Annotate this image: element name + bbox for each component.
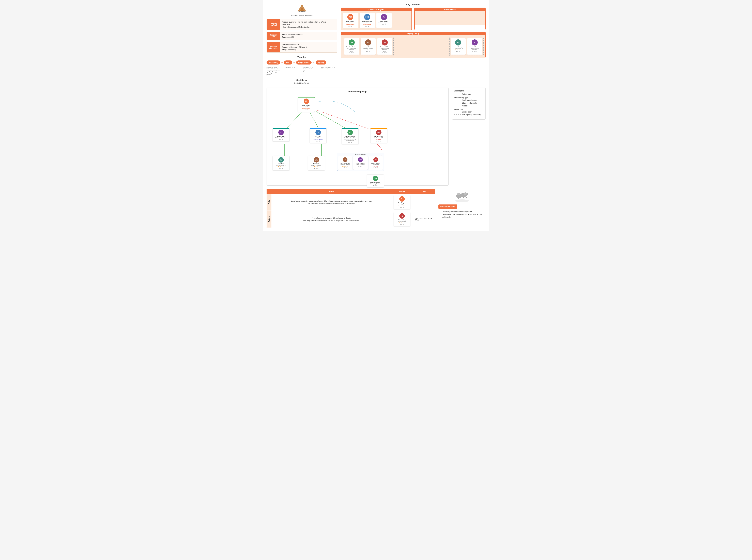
phone-icon[interactable]: ☏ [403, 207, 404, 208]
phone-icon[interactable]: ☏ [361, 166, 362, 167]
email-icon[interactable]: ✉ [280, 139, 281, 140]
node-jurgen[interactable]: JE Jurgen Enrich Enterprise Architect Ch… [338, 156, 352, 169]
contact-jasmine[interactable]: JC Jasmine Chapman Senior Security Engin… [467, 38, 482, 55]
step-presenting[interactable]: Presenting [266, 60, 280, 64]
phone-icon[interactable]: ☏ [319, 140, 320, 142]
phone-icon[interactable]: ☏ [307, 109, 309, 111]
contact-josie-buying[interactable]: JB Josie Berg VP of Marketing, US Evalua… [451, 38, 466, 55]
timeline-note-1: Date: 2019-06-05 Add notes here [284, 66, 301, 76]
action-date-cell: Next Step Date: 2019-05-08 [413, 211, 435, 228]
linkedin-icon[interactable]: in [365, 26, 365, 27]
email-icon[interactable]: ✉ [317, 140, 318, 142]
linkedin-icon[interactable]: in [366, 51, 367, 53]
linkedin-icon[interactable]: in [376, 140, 377, 142]
avatar-josie: JB [455, 39, 461, 45]
stage: Stage: Presenting [282, 48, 335, 51]
line-legend: Line legend Path to sale Relationship ty… [452, 87, 486, 120]
linkedin-icon[interactable]: in [304, 109, 305, 111]
email-icon[interactable]: ✉ [280, 168, 281, 169]
email-icon[interactable]: ✉ [401, 207, 402, 208]
phone-icon[interactable]: ☏ [369, 51, 370, 53]
linkedin-icon[interactable]: in [314, 168, 315, 169]
contact-alan-rogers[interactable]: AR Alan Rogers CEO Decision Maker in ✉ ☏ [343, 13, 358, 28]
buying-group-left: JG Jennifer Gardner SVP of Marketing Ope… [343, 37, 394, 56]
email-icon[interactable]: ✉ [383, 24, 384, 25]
linkedin-icon[interactable]: in [279, 139, 279, 140]
linkedin-icon[interactable]: in [343, 167, 344, 168]
phone-icon[interactable]: ☏ [385, 24, 386, 25]
phone-icon[interactable]: ☏ [282, 168, 283, 169]
linkedin-icon[interactable]: in [316, 140, 317, 142]
direct-report-line [454, 112, 461, 112]
phone-icon[interactable]: ☏ [368, 26, 369, 27]
phone-icon[interactable]: ☏ [403, 224, 404, 225]
step-signing[interactable]: Signing [316, 60, 326, 64]
phone-icon[interactable]: ☏ [282, 139, 283, 140]
action-owner-card[interactable]: NS Natalie Sharp Sr. Director of IT Eval… [394, 212, 411, 226]
phone-icon[interactable]: ☏ [376, 167, 378, 168]
step-poc[interactable]: POC [284, 60, 292, 64]
email-icon[interactable]: ✉ [367, 51, 368, 53]
phone-icon[interactable]: ☏ [352, 52, 354, 54]
phone-icon[interactable]: ☏ [351, 142, 352, 143]
email-icon[interactable]: ✉ [350, 26, 351, 27]
email-icon[interactable]: ✉ [351, 52, 352, 54]
email-icon[interactable]: ✉ [316, 168, 317, 169]
phone-icon[interactable]: ☏ [379, 140, 381, 142]
linkedin-icon[interactable]: in [358, 166, 359, 167]
email-icon[interactable]: ✉ [375, 167, 376, 168]
linkedin-icon[interactable]: in [382, 52, 383, 54]
linkedin-icon[interactable]: in [472, 51, 473, 52]
phone-icon[interactable]: ☏ [376, 185, 378, 186]
linkedin-icon[interactable]: in [374, 167, 374, 168]
node-bill[interactable]: BK Bill Klien CFO Executive Sponsor in ✉… [310, 128, 326, 143]
linkedin-icon[interactable]: in [456, 51, 457, 53]
contact-amy-jensen[interactable]: AJ Amy Jensen Chief Marketing Officer in… [376, 13, 392, 28]
linkedin-icon[interactable]: in [400, 224, 401, 225]
phone-icon[interactable]: ☏ [351, 26, 353, 27]
linkedin-icon[interactable]: in [373, 185, 374, 186]
strained-label: Strained relationship [462, 102, 477, 104]
phone-icon[interactable]: ☏ [385, 52, 387, 54]
email-icon[interactable]: ✉ [344, 167, 345, 168]
contact-jurgen-buying[interactable]: JE Jurgen Enrich Enterprise Architect Ot… [361, 38, 376, 55]
linkedin-icon[interactable]: in [382, 24, 382, 25]
contact-name: Amy Jensen [378, 21, 390, 22]
email-icon[interactable]: ✉ [349, 142, 350, 143]
node-natalie[interactable]: NS Natalie Sharp Sr. Director of IT Stra… [370, 128, 387, 143]
linkedin-icon[interactable]: in [348, 26, 349, 27]
contact-felicity-mitchell[interactable]: FM Felicity Mitchell CTO Decision Maker … [360, 13, 375, 28]
svg-text:ANDIAMO: ANDIAMO [299, 11, 305, 12]
contact-lauren[interactable]: LW Lauren White Field Marketing Manager … [377, 38, 392, 55]
node-rose[interactable]: RP Rose Parsons IT Manager Blocker in ✉ … [369, 156, 383, 169]
email-icon[interactable]: ✉ [378, 140, 379, 142]
email-icon[interactable]: ✉ [375, 185, 376, 186]
node-alan[interactable]: AR Alan Rogers CEO Decision Maker in ✉ ☏ [298, 97, 315, 112]
phone-icon[interactable]: ☏ [346, 167, 347, 168]
pain-owner-card[interactable]: AR Alan Rogers CEO Decision Maker in ✉ ☏ [394, 195, 411, 209]
email-icon[interactable]: ✉ [366, 26, 367, 27]
phone-icon[interactable]: ☏ [475, 51, 477, 52]
node-oscar[interactable]: OM Oscar Martinez Senior Developer in ✉ … [353, 156, 368, 169]
svg-line-4 [284, 109, 305, 131]
phone-icon[interactable]: ☏ [317, 168, 319, 169]
email-icon[interactable]: ✉ [457, 51, 458, 53]
email-icon[interactable]: ✉ [474, 51, 475, 52]
linkedin-icon[interactable]: in [400, 207, 401, 208]
email-icon[interactable]: ✉ [305, 109, 306, 111]
email-icon[interactable]: ✉ [401, 224, 402, 225]
node-josie[interactable]: JB Josie Berg VP of Marketing, US Evalua… [273, 156, 290, 171]
step-negotiations[interactable]: Negotiations [296, 60, 312, 64]
linkedin-icon[interactable]: in [349, 52, 350, 54]
node-amy[interactable]: AJ Amy Jensen Chief Marketing Officer in… [273, 128, 290, 141]
node-dan[interactable]: DK Dan Klein Marketing Manager Champion … [308, 156, 325, 171]
linkedin-icon[interactable]: in [348, 142, 349, 143]
contact-jennifer[interactable]: JG Jennifer Gardner SVP of Marketing Ope… [344, 38, 359, 55]
node-britta[interactable]: BW Britta Wainomu Sr. Security Engineer … [367, 175, 384, 187]
account-info-label: Account Information [267, 42, 280, 53]
email-icon[interactable]: ✉ [384, 52, 385, 54]
phone-icon[interactable]: ☏ [459, 51, 460, 53]
node-piers[interactable]: PN Piers Newman VP of Operational Risk -… [342, 128, 359, 144]
linkedin-icon[interactable]: in [279, 168, 279, 169]
email-icon[interactable]: ✉ [360, 166, 361, 167]
